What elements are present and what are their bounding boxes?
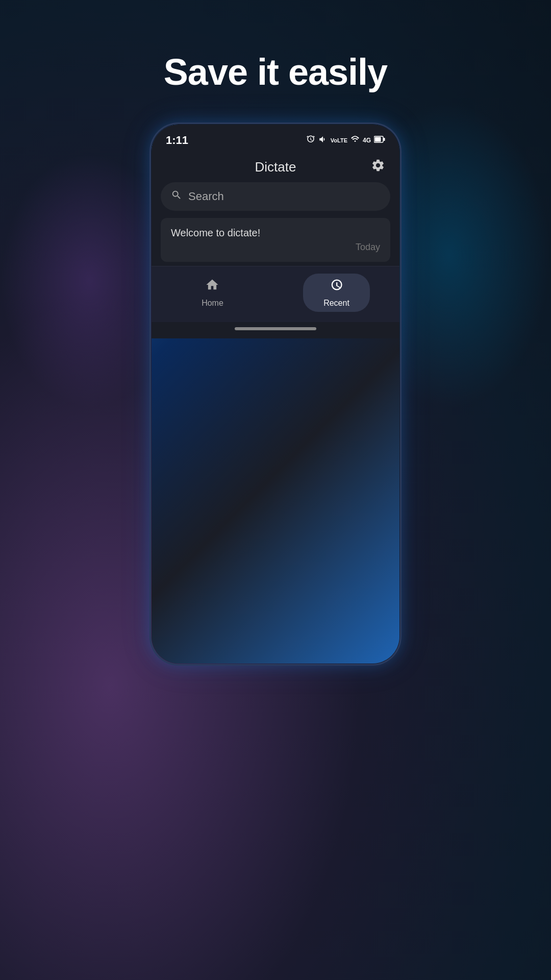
note-date: Today (171, 242, 380, 253)
home-bar (235, 327, 316, 330)
app-content: Dictate Search Welcome to dictate! Tod (152, 152, 399, 338)
status-icons: VoLTE 4G (306, 135, 385, 146)
settings-button[interactable] (371, 158, 385, 176)
nav-item-recent[interactable]: Recent (303, 274, 370, 312)
status-time: 1:11 (166, 134, 188, 147)
battery-icon (374, 136, 385, 145)
phone-frame: 1:11 VoLTE (151, 124, 400, 665)
volte-icon: VoLTE (331, 137, 347, 143)
status-bar: 1:11 VoLTE (152, 125, 399, 152)
signal-icon: 4G (363, 137, 371, 144)
top-bar: Dictate (152, 152, 399, 182)
nav-item-home[interactable]: Home (181, 274, 244, 312)
app-title: Dictate (255, 159, 296, 175)
search-container: Search (152, 182, 399, 218)
nav-label-home: Home (202, 299, 223, 308)
home-indicator (152, 322, 399, 338)
recent-icon (329, 278, 343, 296)
page-title: Save it easily (164, 51, 387, 93)
search-placeholder: Search (188, 190, 224, 203)
volume-icon (318, 135, 328, 146)
home-icon (205, 278, 219, 296)
alarm-icon (306, 135, 315, 146)
note-title: Welcome to dictate! (171, 227, 380, 239)
nav-label-recent: Recent (323, 299, 349, 308)
svg-rect-1 (375, 137, 381, 142)
search-bar[interactable]: Search (161, 182, 390, 211)
search-icon (171, 189, 182, 204)
note-item[interactable]: Welcome to dictate! Today (161, 218, 390, 262)
wifi-icon (350, 135, 360, 146)
gear-icon (371, 158, 385, 173)
bottom-nav: Home Recent (152, 266, 399, 322)
svg-rect-2 (384, 138, 385, 141)
